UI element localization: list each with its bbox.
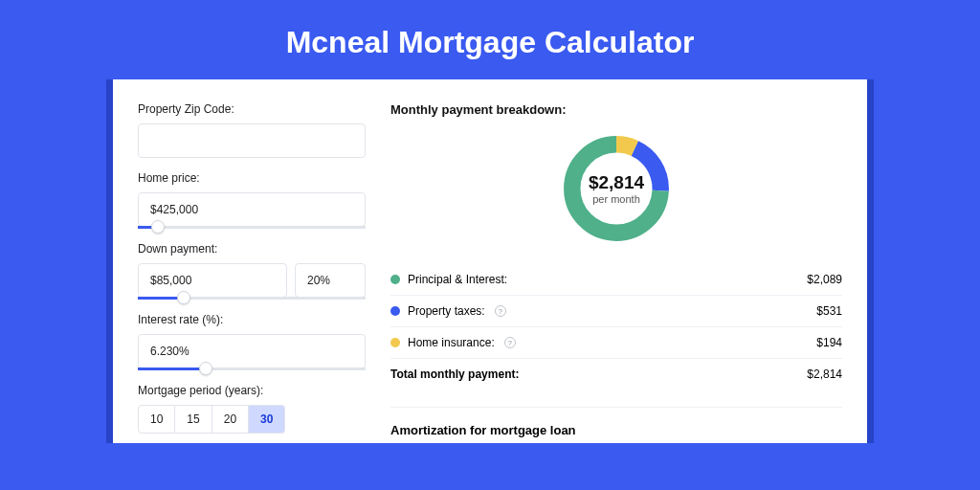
- donut-chart-wrap: $2,814 per month: [390, 130, 842, 247]
- zip-field: Property Zip Code:: [138, 102, 366, 158]
- legend-swatch: [390, 338, 400, 347]
- period-btn-15[interactable]: 15: [175, 405, 212, 434]
- legend-swatch: [390, 306, 400, 316]
- donut-center: $2,814 per month: [558, 130, 675, 247]
- period-btn-10[interactable]: 10: [138, 405, 175, 434]
- interest-input[interactable]: [138, 334, 366, 368]
- breakdown-title: Monthly payment breakdown:: [390, 102, 842, 117]
- home-price-label: Home price:: [138, 171, 366, 185]
- down-payment-input[interactable]: [138, 263, 287, 298]
- legend-row: Property taxes:?$531: [390, 296, 842, 327]
- home-price-input[interactable]: [138, 192, 366, 227]
- period-group: 10152030: [138, 405, 366, 434]
- help-icon[interactable]: ?: [495, 305, 506, 317]
- legend-row: Principal & Interest:$2,089: [390, 264, 842, 296]
- period-btn-20[interactable]: 20: [212, 405, 249, 434]
- period-btn-30[interactable]: 30: [249, 405, 285, 434]
- home-price-field: Home price:: [138, 171, 366, 229]
- legend-label: Property taxes:: [408, 304, 485, 318]
- amortization-section: Amortization for mortgage loan Amortizat…: [390, 407, 842, 443]
- slider-thumb[interactable]: [199, 362, 212, 375]
- slider-thumb[interactable]: [151, 220, 165, 234]
- period-field: Mortgage period (years): 10152030: [138, 384, 366, 434]
- down-payment-field: Down payment:: [138, 242, 366, 300]
- total-row: Total monthly payment: $2,814: [390, 359, 842, 390]
- total-label: Total monthly payment:: [390, 368, 519, 381]
- interest-slider[interactable]: [138, 368, 366, 370]
- legend-value: $531: [816, 304, 842, 318]
- donut-amount: $2,814: [589, 172, 644, 193]
- calculator-card: Property Zip Code: Home price: Down paym…: [113, 79, 867, 443]
- help-icon[interactable]: ?: [504, 337, 516, 348]
- period-label: Mortgage period (years):: [138, 384, 366, 397]
- home-price-slider[interactable]: [138, 226, 366, 229]
- legend-swatch: [390, 275, 400, 284]
- zip-label: Property Zip Code:: [138, 102, 366, 116]
- legend-value: $194: [816, 336, 842, 349]
- legend-label: Principal & Interest:: [408, 273, 507, 286]
- legend-label: Home insurance:: [408, 336, 495, 349]
- down-payment-slider[interactable]: [138, 297, 366, 300]
- page-title: Mcneal Mortgage Calculator: [0, 0, 980, 79]
- interest-field: Interest rate (%):: [138, 313, 366, 370]
- down-payment-label: Down payment:: [138, 242, 366, 256]
- breakdown-column: Monthly payment breakdown: $2,814 per mo…: [390, 102, 842, 443]
- form-column: Property Zip Code: Home price: Down paym…: [138, 102, 366, 443]
- legend: Principal & Interest:$2,089Property taxe…: [390, 264, 842, 359]
- donut-chart: $2,814 per month: [558, 130, 675, 247]
- amortization-title: Amortization for mortgage loan: [390, 423, 842, 437]
- legend-value: $2,089: [807, 273, 842, 286]
- interest-label: Interest rate (%):: [138, 313, 366, 326]
- slider-thumb[interactable]: [177, 291, 190, 304]
- zip-input[interactable]: [138, 123, 366, 158]
- donut-sub: per month: [592, 193, 640, 205]
- card-shadow: Property Zip Code: Home price: Down paym…: [106, 79, 874, 443]
- down-payment-pct-input[interactable]: [295, 263, 366, 298]
- legend-row: Home insurance:?$194: [390, 327, 842, 359]
- total-value: $2,814: [807, 368, 842, 381]
